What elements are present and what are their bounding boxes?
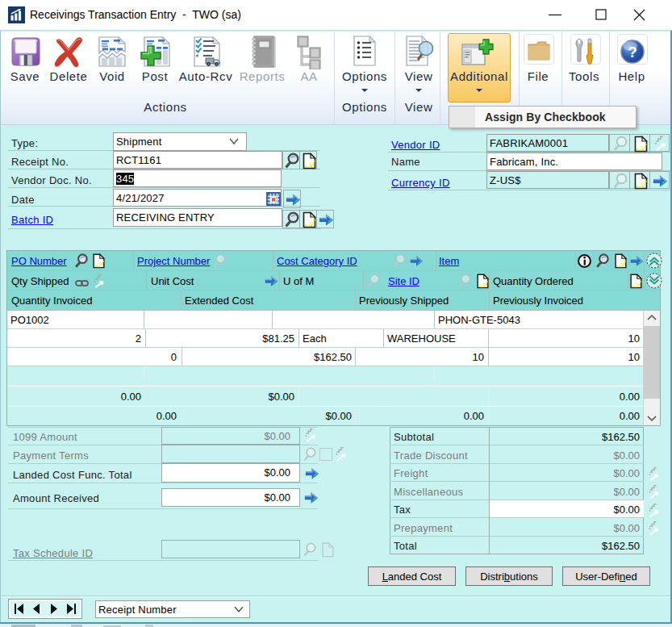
svg-text:?: ? [628, 44, 637, 61]
